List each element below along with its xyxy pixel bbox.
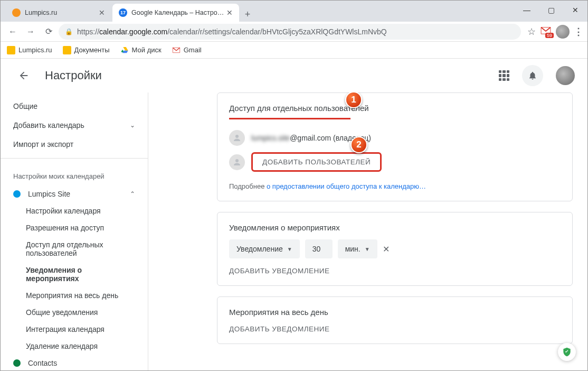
security-shield-icon[interactable] (558, 343, 576, 361)
settings-sidebar: Общие Добавить календарь⌄ Импорт и экспо… (1, 92, 148, 370)
favicon-icon: 17 (119, 8, 127, 17)
gmail-extension-icon[interactable]: 59 (540, 26, 552, 37)
owner-row: lumpics.site@gmail.com (владелец) (229, 127, 561, 149)
tab-close-icon[interactable]: ✕ (226, 8, 233, 17)
card-title: Уведомления о мероприятиях (229, 223, 561, 232)
notification-unit-select[interactable]: мин.▼ (338, 239, 377, 258)
gmail-count-badge: 59 (545, 33, 554, 38)
bookmark-documents[interactable]: Документы (63, 46, 110, 54)
add-users-row: ДОБАВИТЬ ПОЛЬЗОВАТЕЛЕЙ (229, 149, 561, 175)
sidebar-section-label: Настройки моих календарей (1, 163, 148, 186)
back-arrow-icon[interactable] (13, 65, 34, 86)
divider (1, 158, 148, 159)
nav-forward-icon[interactable]: → (23, 24, 39, 40)
address-bar: ← → ⟳ 🔒 https://calendar.google.com/cale… (1, 22, 587, 42)
person-icon (229, 154, 245, 170)
sidebar-sub-allday-events[interactable]: Мероприятия на весь день (1, 287, 148, 304)
notification-value-input[interactable]: 30 (305, 239, 333, 258)
sidebar-item-label: Общие (13, 102, 37, 110)
bookmark-label: Мой диск (132, 46, 162, 54)
sidebar-item-label: Импорт и экспорт (13, 140, 73, 149)
person-icon (229, 130, 245, 146)
annotation-callout-2: 2 (350, 136, 367, 153)
add-users-button[interactable]: ДОБАВИТЬ ПОЛЬЗОВАТЕЛЕЙ (251, 152, 382, 172)
sidebar-calendar-lumpics[interactable]: Lumpics Site ⌃ (1, 186, 148, 202)
google-apps-icon[interactable] (499, 70, 509, 81)
url-input[interactable]: 🔒 https://calendar.google.com/calendar/r… (59, 24, 521, 40)
window-maximize[interactable]: ▢ (539, 1, 563, 20)
sidebar-sub-share-specific[interactable]: Доступ для отдельных пользователей (1, 236, 148, 262)
card-title: Доступ для отдельных пользователей (229, 104, 561, 113)
calendar-color-dot (13, 359, 21, 367)
bookmark-drive[interactable]: Мой диск (120, 46, 162, 54)
url-scheme: https:// (77, 27, 99, 36)
card-event-notifications: Уведомления о мероприятиях Уведомление▼ … (217, 212, 573, 286)
bookmark-lumpics[interactable]: Lumpics.ru (7, 46, 52, 54)
tab-lumpics[interactable]: Lumpics.ru ✕ (6, 4, 111, 22)
bookmark-gmail[interactable]: Gmail (172, 46, 202, 54)
account-avatar[interactable] (556, 66, 575, 85)
card-share-specific: Доступ для отдельных пользователей lumpi… (217, 92, 573, 201)
lock-icon: 🔒 (65, 28, 73, 35)
sidebar-sub-calendar-settings[interactable]: Настройки календаря (1, 202, 148, 219)
tab-title: Lumpics.ru (25, 9, 57, 16)
sidebar-sub-general-notifications[interactable]: Общие уведомления (1, 304, 148, 321)
bookmarks-bar: Lumpics.ru Документы Мой диск Gmail (1, 42, 587, 59)
page-title: Настройки (45, 69, 102, 82)
bookmark-star-icon[interactable]: ☆ (527, 26, 536, 38)
tab-close-icon[interactable]: ✕ (99, 8, 105, 17)
notifications-bell-icon[interactable] (522, 65, 543, 86)
sidebar-item-general[interactable]: Общие (1, 97, 148, 116)
url-path: /calendar/r/settings/calendar/bHVtcGljcy… (167, 27, 386, 36)
svg-point-1 (235, 159, 239, 162)
tab-title: Google Календарь – Настройки (131, 9, 226, 16)
chevron-down-icon: ⌄ (130, 122, 135, 129)
gmail-icon (172, 46, 181, 54)
favicon-icon (12, 8, 21, 17)
add-notification-button[interactable]: ДОБАВИТЬ УВЕДОМЛЕНИЕ (229, 325, 561, 333)
window-close[interactable]: ✕ (563, 1, 587, 20)
nav-back-icon[interactable]: ← (5, 24, 21, 40)
drive-icon (120, 46, 129, 54)
sidebar-item-add-calendar[interactable]: Добавить календарь⌄ (1, 116, 148, 135)
caret-down-icon: ▼ (365, 246, 370, 252)
tab-strip: Lumpics.ru ✕ 17 Google Календарь – Настр… (1, 1, 587, 22)
notification-row: Уведомление▼ 30 мин.▼ ✕ (229, 239, 561, 258)
caret-down-icon: ▼ (287, 246, 292, 252)
svg-point-0 (235, 135, 239, 138)
calendar-name: Lumpics Site (28, 190, 122, 198)
browser-menu-icon[interactable]: ⋮ (574, 26, 583, 38)
tab-gcal-settings[interactable]: 17 Google Календарь – Настройки ✕ (112, 4, 239, 22)
sidebar-sub-remove-calendar[interactable]: Удаление календаря (1, 338, 148, 355)
calendar-color-dot (13, 190, 21, 198)
sidebar-sub-integrate-calendar[interactable]: Интеграция календаря (1, 321, 148, 338)
sidebar-item-import-export[interactable]: Импорт и экспорт (1, 135, 148, 154)
profile-avatar-icon[interactable] (556, 25, 570, 39)
learn-more-link[interactable]: о предоставлении общего доступа к календ… (267, 182, 426, 190)
folder-icon (63, 46, 71, 54)
add-notification-button[interactable]: ДОБАВИТЬ УВЕДОМЛЕНИЕ (229, 267, 561, 275)
card-title: Мероприятия на весь день (229, 308, 561, 317)
remove-notification-icon[interactable]: ✕ (383, 244, 390, 254)
calendar-name: Contacts (28, 359, 57, 367)
sidebar-calendar-contacts[interactable]: Contacts (1, 355, 148, 370)
sidebar-sub-access-permissions[interactable]: Разрешения на доступ (1, 219, 148, 236)
chevron-up-icon: ⌃ (130, 190, 135, 198)
annotation-underline (229, 118, 350, 119)
app-header: Настройки (1, 59, 587, 92)
sidebar-sub-event-notifications[interactable]: Уведомления о мероприятиях (1, 262, 148, 287)
notification-type-select[interactable]: Уведомление▼ (229, 239, 300, 258)
new-tab-button[interactable]: + (240, 7, 255, 22)
window-minimize[interactable]: — (515, 1, 539, 20)
folder-icon (7, 46, 15, 54)
bookmark-label: Документы (74, 46, 110, 54)
sidebar-item-label: Добавить календарь (13, 121, 84, 129)
url-domain: calendar.google.com (99, 27, 167, 36)
card-allday-events: Мероприятия на весь день ДОБАВИТЬ УВЕДОМ… (217, 296, 573, 344)
main-content: Доступ для отдельных пользователей lumpi… (148, 92, 587, 370)
learn-more-text: Подробнее о предоставлении общего доступ… (229, 182, 561, 190)
bookmark-label: Gmail (184, 46, 202, 54)
bookmark-label: Lumpics.ru (18, 46, 52, 54)
nav-reload-icon[interactable]: ⟳ (41, 24, 56, 40)
